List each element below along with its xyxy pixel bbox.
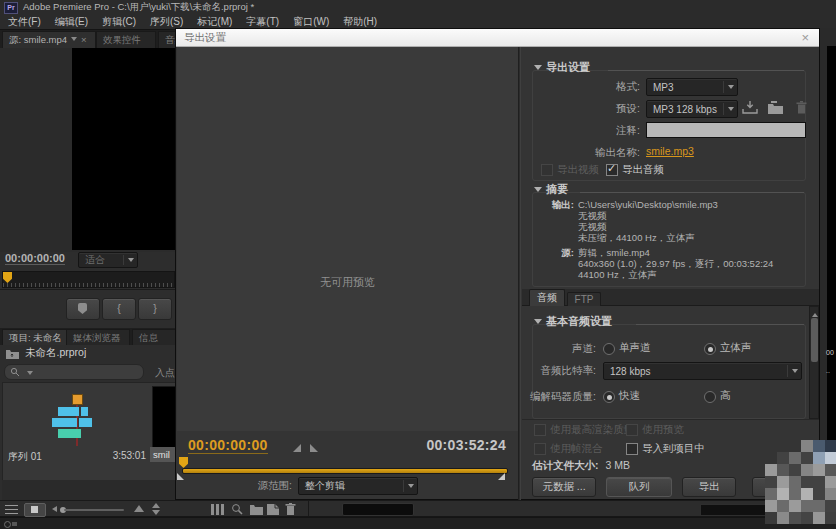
- summary-line: 未压缩，44100 Hz，立体声: [578, 232, 695, 245]
- preset-value: MP3 128 kbps: [653, 104, 717, 115]
- quality-high-radio[interactable]: [704, 391, 716, 403]
- source-range-select[interactable]: 整个剪辑: [298, 477, 418, 495]
- mark-in-button[interactable]: {: [102, 298, 136, 320]
- menu-window[interactable]: 窗口(W): [293, 14, 329, 29]
- preview-in-time[interactable]: 00:00:00:00: [188, 437, 268, 454]
- header-line: [636, 324, 804, 325]
- delete-icon[interactable]: [285, 503, 296, 515]
- save-preset-icon[interactable]: [742, 101, 758, 114]
- summary-output-path: C:\Users\yuki\Desktop\smile.mp3: [578, 199, 718, 210]
- zoom-in-icon[interactable]: [134, 505, 144, 512]
- new-item-icon[interactable]: [267, 504, 279, 515]
- set-out-icon[interactable]: [310, 444, 318, 452]
- quality-fast-radio[interactable]: [603, 391, 615, 403]
- mark-out-button[interactable]: }: [138, 298, 172, 320]
- automate-sequence-icon[interactable]: [211, 504, 224, 515]
- summary-source-label: 源:: [526, 247, 574, 260]
- zoom-slider[interactable]: [64, 509, 124, 511]
- header-line: [608, 70, 804, 71]
- menu-edit[interactable]: 编辑(E): [55, 14, 88, 29]
- dialog-titlebar[interactable]: 导出设置 ×: [176, 29, 819, 47]
- estimated-size-value: 3 MB: [605, 459, 630, 471]
- settings-scrollbar[interactable]: [809, 306, 819, 419]
- use-previews-label: 使用预览: [642, 423, 684, 437]
- source-timecode[interactable]: 00:00:00:00: [5, 252, 65, 265]
- sequence-icon-bar: [58, 407, 79, 416]
- sliver-timecode-fragment: 00: [826, 349, 834, 356]
- queue-button[interactable]: 队列: [606, 477, 672, 497]
- scroll-up-icon[interactable]: [812, 310, 818, 317]
- dialog-close-icon[interactable]: ×: [801, 30, 809, 45]
- zoom-level-select[interactable]: 适合: [78, 252, 138, 268]
- tab-project-label: 项目: 未命名: [9, 332, 62, 343]
- source-ruler[interactable]: [2, 271, 175, 288]
- source-range-value: 整个剪辑: [305, 479, 345, 493]
- menu-title[interactable]: 字幕(T): [246, 14, 279, 29]
- sequence-icon-bar: [79, 418, 92, 427]
- import-to-project-checkbox[interactable]: [626, 443, 638, 455]
- chevron-down-icon[interactable]: [71, 37, 77, 44]
- audio-meter: [700, 504, 766, 516]
- output-name-link[interactable]: smile.mp3: [646, 145, 694, 157]
- export-button[interactable]: 导出: [682, 477, 736, 497]
- export-settings-header: 导出设置: [546, 60, 590, 75]
- project-items-area: [2, 382, 177, 482]
- find-icon[interactable]: [231, 503, 243, 515]
- chevron-down-icon: [728, 85, 734, 92]
- sort-icon[interactable]: [152, 503, 160, 515]
- stereo-radio[interactable]: [704, 343, 716, 355]
- comment-input[interactable]: [646, 122, 806, 138]
- right-panel-sliver: 00 ..: [820, 28, 836, 500]
- collapse-icon[interactable]: [534, 65, 542, 74]
- import-preset-icon[interactable]: [768, 101, 784, 114]
- menu-file[interactable]: 文件(F): [8, 14, 41, 29]
- chevron-down-icon: [728, 107, 734, 114]
- sequence-icon-bar: [52, 418, 77, 427]
- zoom-out-icon[interactable]: [52, 506, 57, 512]
- bottom-toolbar: [0, 500, 836, 517]
- scrollbar-thumb[interactable]: [811, 318, 818, 362]
- window-title: Adobe Premiere Pro - C:\用户\yuki\下载\未命名.p…: [23, 0, 254, 14]
- tab-audio-settings[interactable]: 音频: [529, 289, 565, 306]
- export-audio-checkbox[interactable]: [606, 164, 618, 176]
- edit-field[interactable]: [342, 503, 414, 516]
- mono-radio[interactable]: [603, 343, 615, 355]
- new-bin-icon[interactable]: [250, 504, 263, 515]
- menu-help[interactable]: 帮助(H): [343, 14, 377, 29]
- tab-project[interactable]: 项目: 未命名×: [2, 329, 74, 346]
- preset-label: 预设:: [556, 102, 640, 116]
- icon-view-button[interactable]: [24, 503, 46, 517]
- search-filter-chevron-icon[interactable]: [27, 371, 33, 378]
- collapse-icon[interactable]: [534, 187, 542, 196]
- source-monitor-tabbar: 源: smile.mp4× 效果控件 音频: [0, 30, 175, 48]
- tab-ftp[interactable]: FTP: [567, 292, 601, 306]
- tab-effect-controls[interactable]: 效果控件: [96, 31, 156, 48]
- format-select[interactable]: MP3: [646, 78, 738, 96]
- preview-playhead[interactable]: [179, 457, 188, 468]
- pane-divider[interactable]: [518, 47, 521, 500]
- collapse-icon[interactable]: [534, 319, 542, 328]
- tab-source-monitor[interactable]: 源: smile.mp4×: [2, 31, 96, 48]
- preview-scrubber[interactable]: [182, 468, 508, 474]
- preset-select[interactable]: MP3 128 kbps: [646, 100, 738, 118]
- folder-up-icon[interactable]: [6, 348, 19, 359]
- set-in-icon[interactable]: [293, 444, 301, 452]
- menu-sequence[interactable]: 序列(S): [150, 14, 183, 29]
- trim-handle-right-icon[interactable]: [498, 473, 505, 480]
- bitrate-select[interactable]: 128 kbps: [603, 362, 802, 380]
- frame-blend-label: 使用帧混合: [550, 442, 603, 456]
- menu-marker[interactable]: 标记(M): [197, 14, 232, 29]
- export-settings-dialog: 导出设置 × 无可用预览 00:00:00:00 00:03:52:24 源范围…: [175, 28, 820, 500]
- preview-duration: 00:03:52:24: [406, 437, 506, 453]
- list-view-icon[interactable]: [5, 505, 18, 514]
- toolbar-divider: [308, 501, 309, 516]
- close-tab-icon[interactable]: ×: [81, 34, 87, 45]
- search-input[interactable]: [4, 364, 144, 380]
- gear-icon[interactable]: [4, 521, 11, 528]
- codec-quality-label: 编解码器质量:: [506, 390, 596, 404]
- trim-handle-left-icon[interactable]: [177, 473, 184, 480]
- menu-clip[interactable]: 剪辑(C): [102, 14, 136, 29]
- tab-media-browser[interactable]: 媒体浏览器: [66, 329, 130, 346]
- metadata-button[interactable]: 元数据 ...: [532, 477, 596, 497]
- add-marker-button[interactable]: [66, 298, 100, 320]
